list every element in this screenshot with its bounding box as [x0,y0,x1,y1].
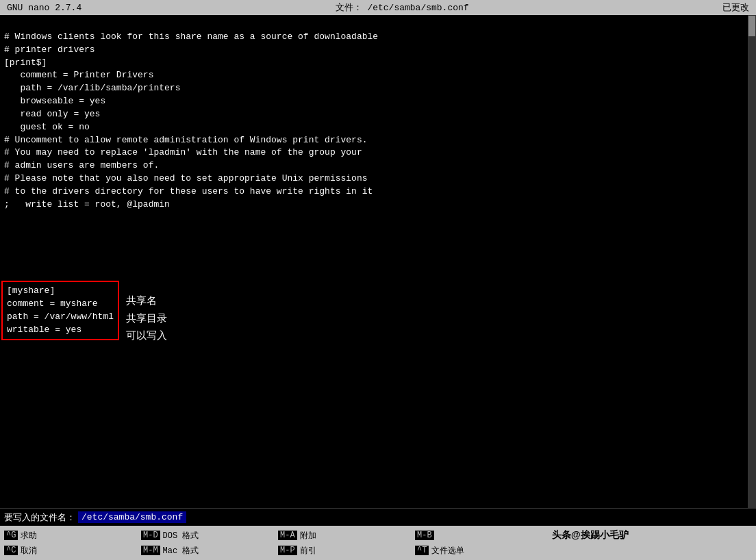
annotation-1: 共享名 [126,293,167,311]
code-line: # to the drivers directory for these use… [4,186,752,199]
bottom-row-2: ^C 取消 M-M Mac 格式 M-P 前引 ^T 文件选单 [4,545,752,557]
title-left: GNU nano 2.7.4 [7,3,81,13]
editor-area[interactable]: # Windows clients look for this share na… [0,15,756,508]
code-line: path = /var/lib/samba/printers [4,82,752,95]
highlight-line-4: writable = yes [7,324,114,337]
highlight-line-2: comment = myshare [7,298,114,311]
code-content: # Windows clients look for this share na… [4,18,752,225]
desc-cancel: 取消 [21,545,37,557]
cmd-prepend: M-P 前引 [278,545,415,557]
annotation-3: 可以写入 [126,328,167,346]
title-bar: GNU nano 2.7.4 文件： /etc/samba/smb.conf 已… [0,0,756,15]
desc-help: 求助 [21,530,37,542]
cmd-help: ^G 求助 [4,529,141,542]
cmd-mb: M-B [415,529,552,542]
highlighted-section: [myshare] comment = myshare path = /var/… [1,281,167,346]
bottom-bar: ^G 求助 M-D DOS 格式 M-A 附加 M-B 头条@挨踢小毛驴 ^C … [0,526,756,560]
code-line [4,18,752,31]
desc-mac: Mac 格式 [163,545,199,557]
code-line: guest ok = no [4,121,752,134]
key-prepend: M-P [278,546,297,555]
cmd-cancel: ^C 取消 [4,545,141,557]
annotations-block: 共享名 共享目录 可以写入 [126,281,167,346]
bottom-row-1: ^G 求助 M-D DOS 格式 M-A 附加 M-B 头条@挨踢小毛驴 [4,529,752,542]
highlight-line-1: [myshare] [7,285,114,298]
key-mac: M-M [141,546,160,555]
desc-prepend: 前引 [300,545,316,557]
key-append: M-A [278,531,297,540]
code-line: # Windows clients look for this share na… [4,31,752,44]
cmd-append: M-A 附加 [278,529,415,542]
cmd-dos: M-D DOS 格式 [141,529,278,542]
key-dos: M-D [141,531,160,540]
status-label: 要写入的文件名： [4,511,75,524]
code-line [4,212,752,225]
status-filename: /etc/samba/smb.conf [78,511,186,523]
code-line: comment = Printer Drivers [4,69,752,82]
cmd-file-browser: ^T 文件选单 [415,545,552,557]
code-line: # admin users are members of. [4,160,752,173]
code-line: [print$] [4,57,752,70]
code-line: # Please note that you also need to set … [4,173,752,186]
highlight-line-3: path = /var/www/html [7,311,114,324]
desc-file-browser: 文件选单 [431,545,464,557]
code-line: # Uncomment to allow remote administrati… [4,134,752,147]
title-center: 文件： /etc/samba/smb.conf [336,1,469,14]
watermark-text: 头条@挨踢小毛驴 [552,529,629,542]
code-line: browseable = yes [4,95,752,108]
status-bar: 要写入的文件名： /etc/samba/smb.conf [0,508,756,526]
code-line: read only = yes [4,108,752,121]
scrollbar[interactable] [748,15,756,508]
cmd-watermark: 头条@挨踢小毛驴 [552,529,689,542]
scrollbar-thumb[interactable] [748,16,755,36]
title-status: 已更改 [722,1,749,14]
highlighted-code-box: [myshare] comment = myshare path = /var/… [1,281,119,340]
desc-dos: DOS 格式 [163,530,199,542]
key-help: ^G [4,531,18,540]
annotation-2: 共享目录 [126,311,167,329]
code-line: # You may need to replace 'lpadmin' with… [4,147,752,160]
desc-append: 附加 [300,530,316,542]
key-file-browser: ^T [415,546,429,555]
cmd-mac: M-M Mac 格式 [141,545,278,557]
code-line: ; write list = root, @lpadmin [4,199,752,212]
code-line: # printer drivers [4,44,752,57]
key-mb: M-B [415,531,434,540]
key-cancel: ^C [4,546,18,555]
